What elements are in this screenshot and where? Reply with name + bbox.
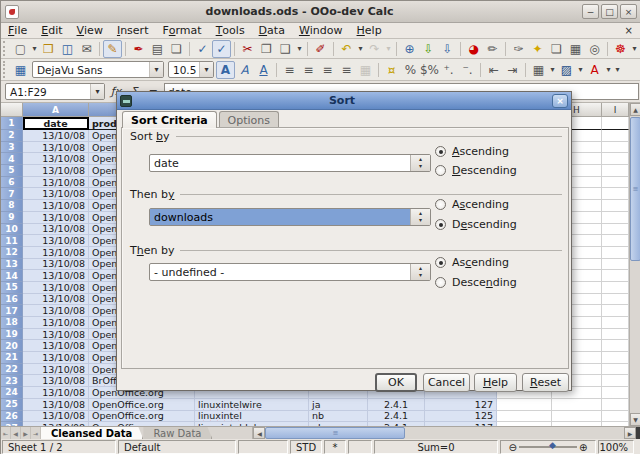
font-size-combo[interactable]: 10.5 ▾ xyxy=(168,61,214,78)
cell-A15[interactable]: 13/10/08 xyxy=(23,282,89,294)
cell-A20[interactable]: 13/10/08 xyxy=(23,340,89,352)
cell-A8[interactable]: 13/10/08 xyxy=(23,200,89,212)
row-header-24[interactable]: 24 xyxy=(1,387,23,399)
cell-I19[interactable] xyxy=(602,329,629,341)
auto-spellcheck-icon[interactable]: ✓ xyxy=(212,40,231,58)
radio-button-icon[interactable] xyxy=(435,199,446,210)
radio-button-icon[interactable] xyxy=(435,146,446,157)
cell-B25[interactable]: OpenOffice.org xyxy=(89,399,195,411)
navigator-icon[interactable]: ✦ xyxy=(528,40,547,58)
menu-edit[interactable]: Edit xyxy=(34,23,69,39)
horizontal-scroll-thumb[interactable]: ≡ xyxy=(265,427,405,439)
row-header-9[interactable]: 9 xyxy=(1,212,23,224)
row-header-21[interactable]: 21 xyxy=(1,352,23,364)
menu-format[interactable]: Format xyxy=(155,23,208,39)
maximize-button[interactable]: □ xyxy=(601,4,618,19)
print-icon[interactable]: ▤ xyxy=(148,40,167,58)
new-document-dropdown[interactable]: ▾ xyxy=(30,40,39,58)
cell-A21[interactable]: 13/10/08 xyxy=(23,352,89,364)
row-header-11[interactable]: 11 xyxy=(1,235,23,247)
cell-A19[interactable]: 13/10/08 xyxy=(23,329,89,341)
hyperlink-icon[interactable]: ⊕ xyxy=(400,40,419,58)
underline-icon[interactable]: A xyxy=(254,61,273,79)
cell-I12[interactable] xyxy=(602,247,629,259)
ascending-radio-3[interactable]: Ascending xyxy=(435,256,509,269)
cancel-button[interactable]: Cancel xyxy=(423,373,470,392)
row-header-2[interactable]: 2 xyxy=(1,130,23,142)
menu-data[interactable]: Data xyxy=(252,23,292,39)
close-button[interactable]: × xyxy=(620,4,637,19)
cell-A16[interactable]: 13/10/08 xyxy=(23,294,89,306)
open-icon[interactable]: ❒ xyxy=(39,40,58,58)
cell-D25[interactable]: ja xyxy=(309,399,368,411)
cell-I16[interactable] xyxy=(602,294,629,306)
dialog-close-icon[interactable]: × xyxy=(552,94,568,108)
cell-A23[interactable]: 13/10/08 xyxy=(23,375,89,387)
menu-window[interactable]: Window xyxy=(292,23,350,39)
align-justified-icon[interactable]: ≡ xyxy=(337,61,356,79)
cell-F26[interactable]: 125 xyxy=(425,411,497,423)
vertical-scrollbar[interactable]: ▲ ≡ ▼ xyxy=(629,103,640,426)
next-sheet-button[interactable]: ▶ xyxy=(21,427,31,439)
toolbar-overflow[interactable]: ▾ xyxy=(630,40,639,58)
cell-I23[interactable] xyxy=(602,375,629,387)
row-header-18[interactable]: 18 xyxy=(1,317,23,329)
minimize-button[interactable]: − xyxy=(582,4,599,19)
row-header-1[interactable]: 1 xyxy=(1,117,23,130)
pane-splitter[interactable] xyxy=(636,427,640,439)
menu-insert[interactable]: Insert xyxy=(110,23,156,39)
vertical-scroll-thumb[interactable]: ≡ xyxy=(630,117,640,261)
cell-A9[interactable]: 13/10/08 xyxy=(23,212,89,224)
cell-I1[interactable] xyxy=(602,117,629,130)
data-sources-icon[interactable]: ▦ xyxy=(566,40,585,58)
chevron-down-icon[interactable]: ▾ xyxy=(199,62,213,77)
cell-D26[interactable]: nb xyxy=(309,411,368,423)
ascending-radio-1[interactable]: Ascending xyxy=(435,145,509,158)
cell-E25[interactable]: 2.4.1 xyxy=(368,399,425,411)
cell-I14[interactable] xyxy=(602,270,629,282)
cell-A7[interactable]: 13/10/08 xyxy=(23,188,89,200)
spin-buttons-icon[interactable]: ▴▾ xyxy=(410,155,430,171)
undo-dropdown[interactable]: ▾ xyxy=(356,40,365,58)
radio-button-icon[interactable] xyxy=(435,257,446,268)
sort-key-combo-1[interactable]: date▴▾ xyxy=(149,154,431,172)
status-page-style[interactable]: Default xyxy=(118,440,236,454)
cell-I24[interactable] xyxy=(602,387,629,399)
row-header-7[interactable]: 7 xyxy=(1,188,23,200)
radio-button-icon[interactable] xyxy=(435,165,446,176)
font-color-icon[interactable]: A xyxy=(585,61,604,79)
row-header-22[interactable]: 22 xyxy=(1,364,23,376)
standard-format-icon[interactable]: $% xyxy=(420,61,439,79)
document-as-email-icon[interactable]: ✉ xyxy=(77,40,96,58)
cell-I7[interactable] xyxy=(602,188,629,200)
help-icon[interactable]: ☸ xyxy=(611,40,630,58)
cell-A17[interactable]: 13/10/08 xyxy=(23,305,89,317)
scroll-up-icon[interactable]: ▲ xyxy=(630,103,640,116)
cell-I4[interactable] xyxy=(602,153,629,165)
cell-C25[interactable]: linuxintelwire xyxy=(195,399,309,411)
ok-button[interactable]: OK xyxy=(375,373,417,392)
increase-indent-icon[interactable]: ⇥ xyxy=(503,61,522,79)
grid-corner[interactable] xyxy=(1,103,23,117)
cell-I11[interactable] xyxy=(602,235,629,247)
scroll-left-icon[interactable]: ◀ xyxy=(253,427,265,439)
radio-button-icon[interactable] xyxy=(435,277,446,288)
row-header-13[interactable]: 13 xyxy=(1,259,23,271)
cell-A13[interactable]: 13/10/08 xyxy=(23,259,89,271)
zoom-in-icon[interactable]: ⊕ xyxy=(579,442,587,453)
menu-tools[interactable]: Tools xyxy=(209,23,252,39)
row-header-14[interactable]: 14 xyxy=(1,270,23,282)
spin-buttons-icon[interactable]: ▴▾ xyxy=(410,209,430,225)
cell-C26[interactable]: linuxintel xyxy=(195,411,309,423)
toolbar-overflow[interactable]: ▾ xyxy=(613,61,622,79)
first-sheet-button[interactable]: ⇤ xyxy=(1,427,11,439)
cell-I18[interactable] xyxy=(602,317,629,329)
page-preview-icon[interactable]: ❏ xyxy=(167,40,186,58)
zoom-slider[interactable]: ⊖ ◆ ⊕ xyxy=(500,440,596,454)
save-icon[interactable]: ◫ xyxy=(58,40,77,58)
spellcheck-icon[interactable]: ✓ xyxy=(193,40,212,58)
tab-options[interactable]: Options xyxy=(219,111,279,128)
reset-button[interactable]: Reset xyxy=(522,373,569,392)
toolbar-handle[interactable] xyxy=(3,61,9,78)
descending-radio-1[interactable]: Descending xyxy=(435,164,517,177)
